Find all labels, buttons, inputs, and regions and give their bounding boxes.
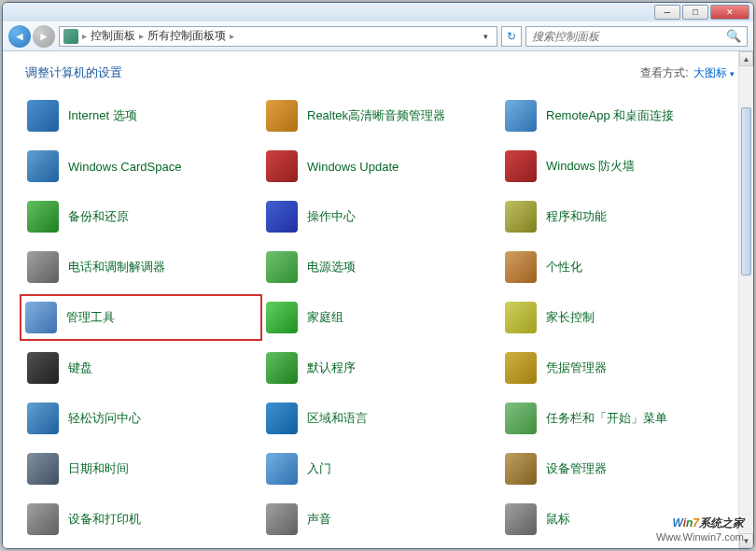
content-area: 调整计算机的设置 查看方式: 大图标 Internet 选项Realtek高清晰… bbox=[3, 51, 753, 548]
remoteapp-icon bbox=[505, 100, 537, 132]
admin-tools-icon bbox=[25, 302, 57, 333]
internet-options-icon bbox=[27, 100, 59, 132]
item-label: RemoteApp 和桌面连接 bbox=[546, 107, 674, 124]
homegroup-icon bbox=[266, 302, 298, 333]
item-label: Internet 选项 bbox=[68, 107, 137, 124]
device-manager-icon bbox=[505, 453, 537, 485]
item-label: 键盘 bbox=[68, 360, 92, 376]
control-panel-icon bbox=[63, 29, 78, 44]
breadcrumb-separator-icon: ▸ bbox=[82, 31, 87, 41]
item-label: Windows Update bbox=[307, 160, 399, 174]
control-panel-item[interactable]: 凭据管理器 bbox=[503, 350, 735, 386]
view-by-dropdown[interactable]: 大图标 bbox=[693, 65, 735, 81]
item-label: 任务栏和「开始」菜单 bbox=[546, 410, 667, 427]
personalization-icon bbox=[505, 251, 537, 283]
control-panel-item[interactable]: 电源选项 bbox=[264, 249, 496, 285]
item-label: 电源选项 bbox=[307, 259, 356, 276]
scrollbar[interactable]: ▲ ▼ bbox=[738, 51, 753, 548]
maximize-button[interactable]: □ bbox=[682, 5, 708, 20]
item-label: 管理工具 bbox=[66, 309, 115, 326]
control-panel-item[interactable]: 备份和还原 bbox=[25, 199, 257, 234]
address-bar[interactable]: ▸ 控制面板 ▸ 所有控制面板项 ▸ ▾ bbox=[59, 26, 497, 47]
power-options-icon bbox=[266, 251, 298, 283]
control-panel-item[interactable]: 日期和时间 bbox=[25, 451, 257, 487]
item-label: 区域和语言 bbox=[307, 410, 368, 427]
control-panel-item[interactable]: Realtek高清晰音频管理器 bbox=[264, 98, 496, 134]
navigation-bar: ◄ ► ▸ 控制面板 ▸ 所有控制面板项 ▸ ▾ ↻ 🔍 bbox=[3, 21, 753, 51]
control-panel-item[interactable]: 入门 bbox=[264, 451, 496, 487]
ease-of-access-icon bbox=[27, 403, 59, 434]
breadcrumb-current[interactable]: 所有控制面板项 bbox=[147, 28, 226, 44]
control-panel-item[interactable]: Internet 选项 bbox=[25, 98, 257, 134]
control-panel-item[interactable]: Windows 防火墙 bbox=[503, 148, 735, 184]
scroll-down-button[interactable]: ▼ bbox=[739, 533, 753, 548]
item-label: 设备和打印机 bbox=[68, 511, 141, 528]
control-panel-item[interactable]: 程序和功能 bbox=[503, 199, 735, 234]
control-panel-item[interactable]: 设备和打印机 bbox=[25, 502, 257, 537]
control-panel-item[interactable]: 键盘 bbox=[25, 350, 257, 386]
items-grid: Internet 选项Realtek高清晰音频管理器RemoteApp 和桌面连… bbox=[25, 98, 735, 537]
cardspace-icon bbox=[27, 150, 59, 182]
control-panel-item[interactable]: 家庭组 bbox=[264, 300, 496, 335]
control-panel-item[interactable]: 家长控制 bbox=[503, 300, 735, 335]
region-language-icon bbox=[266, 403, 298, 434]
scroll-up-button[interactable]: ▲ bbox=[739, 51, 753, 66]
item-label: Windows 防火墙 bbox=[546, 158, 635, 175]
refresh-button[interactable]: ↻ bbox=[501, 26, 522, 47]
control-panel-item[interactable]: 电话和调制解调器 bbox=[25, 249, 257, 285]
back-button[interactable]: ◄ bbox=[8, 25, 31, 48]
control-panel-window: ─ □ ✕ ◄ ► ▸ 控制面板 ▸ 所有控制面板项 ▸ ▾ ↻ 🔍 调整计算机… bbox=[2, 2, 754, 549]
search-box[interactable]: 🔍 bbox=[525, 26, 748, 47]
control-panel-item[interactable]: 区域和语言 bbox=[264, 401, 496, 436]
search-icon[interactable]: 🔍 bbox=[726, 29, 741, 43]
keyboard-icon bbox=[27, 352, 59, 384]
breadcrumb-separator-icon: ▸ bbox=[139, 31, 144, 41]
default-programs-icon bbox=[266, 352, 298, 384]
control-panel-item[interactable]: 声音 bbox=[264, 502, 496, 537]
control-panel-item[interactable]: 设备管理器 bbox=[503, 451, 735, 487]
item-label: 设备管理器 bbox=[546, 460, 607, 477]
address-dropdown-icon[interactable]: ▾ bbox=[478, 32, 493, 41]
item-label: 家长控制 bbox=[546, 309, 595, 326]
phone-modem-icon bbox=[27, 251, 59, 283]
parental-controls-icon bbox=[505, 302, 537, 333]
scroll-thumb[interactable] bbox=[741, 107, 751, 276]
close-button[interactable]: ✕ bbox=[710, 5, 749, 20]
backup-restore-icon bbox=[27, 201, 59, 233]
getting-started-icon bbox=[266, 453, 298, 485]
search-input[interactable] bbox=[532, 30, 726, 43]
view-by: 查看方式: 大图标 bbox=[640, 65, 735, 81]
credential-manager-icon bbox=[505, 352, 537, 384]
control-panel-item[interactable]: 个性化 bbox=[503, 249, 735, 285]
control-panel-item[interactable]: Windows CardSpace bbox=[25, 148, 257, 184]
item-label: 家庭组 bbox=[307, 309, 343, 326]
control-panel-item[interactable]: 任务栏和「开始」菜单 bbox=[503, 401, 735, 436]
item-label: 个性化 bbox=[546, 259, 582, 276]
devices-printers-icon bbox=[27, 503, 59, 535]
item-label: 默认程序 bbox=[307, 360, 356, 376]
windows-update-icon bbox=[266, 150, 298, 182]
item-label: 轻松访问中心 bbox=[68, 410, 141, 427]
item-label: 程序和功能 bbox=[546, 208, 607, 225]
control-panel-item[interactable]: Windows Update bbox=[264, 148, 496, 184]
firewall-icon bbox=[505, 150, 537, 182]
control-panel-item[interactable]: RemoteApp 和桌面连接 bbox=[503, 98, 735, 134]
item-label: 入门 bbox=[307, 460, 331, 477]
item-label: 备份和还原 bbox=[68, 208, 129, 225]
realtek-audio-icon bbox=[266, 100, 298, 132]
date-time-icon bbox=[27, 453, 59, 485]
item-label: Windows CardSpace bbox=[68, 160, 181, 174]
breadcrumb-separator-icon: ▸ bbox=[230, 31, 234, 41]
control-panel-item[interactable]: 管理工具 bbox=[20, 294, 262, 341]
forward-button[interactable]: ► bbox=[33, 25, 55, 48]
action-center-icon bbox=[266, 201, 298, 233]
page-title: 调整计算机的设置 bbox=[25, 64, 122, 81]
control-panel-item[interactable]: 操作中心 bbox=[264, 199, 496, 234]
control-panel-item[interactable]: 默认程序 bbox=[264, 350, 496, 386]
breadcrumb-root[interactable]: 控制面板 bbox=[91, 28, 135, 44]
item-label: Realtek高清晰音频管理器 bbox=[307, 107, 445, 124]
minimize-button[interactable]: ─ bbox=[654, 5, 680, 20]
control-panel-item[interactable]: 鼠标 bbox=[503, 502, 735, 537]
control-panel-item[interactable]: 轻松访问中心 bbox=[25, 401, 257, 436]
item-label: 日期和时间 bbox=[68, 460, 129, 477]
